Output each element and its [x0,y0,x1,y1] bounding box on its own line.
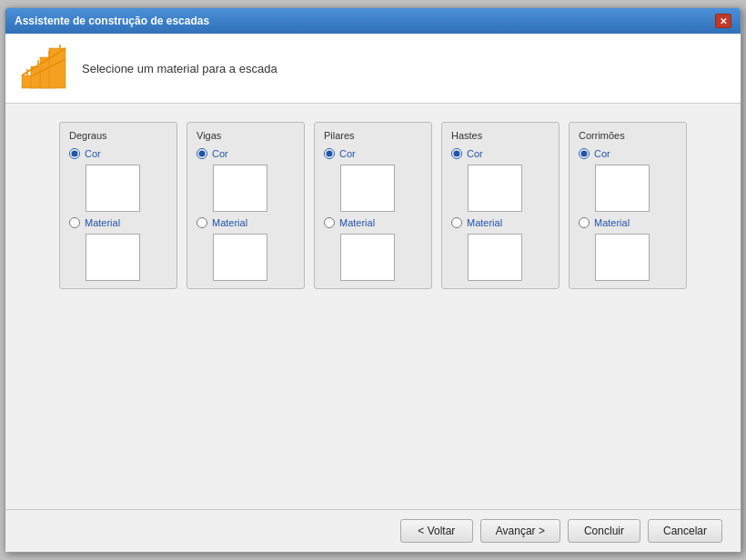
degraus-cor-box[interactable] [86,165,140,212]
corrimoes-cor-input[interactable] [579,148,590,159]
group-hastes-title: Hastes [451,130,549,141]
group-vigas: Vigas Cor Material [186,122,305,289]
pilares-material-input[interactable] [324,217,335,228]
degraus-material-radio[interactable]: Material [69,217,167,228]
group-pilares: Pilares Cor Material [314,122,432,289]
hastes-cor-radio[interactable]: Cor [451,148,549,159]
vigas-cor-input[interactable] [197,148,207,159]
pilares-cor-radio[interactable]: Cor [324,148,422,159]
degraus-material-box[interactable] [86,234,140,281]
group-pilares-title: Pilares [324,130,422,141]
hastes-cor-input[interactable] [451,148,462,159]
vigas-material-box[interactable] [213,234,267,281]
corrimoes-material-box[interactable] [595,234,650,281]
hastes-material-box[interactable] [468,234,522,281]
back-button[interactable]: < Voltar [400,519,473,543]
pilares-material-radio[interactable]: Material [324,217,422,228]
corrimoes-material-input[interactable] [579,217,590,228]
close-button[interactable]: ✕ [715,14,731,28]
group-hastes: Hastes Cor Material [441,122,560,289]
group-corrimoes-title: Corrimões [579,130,677,141]
vigas-material-radio[interactable]: Material [197,217,295,228]
stair-icon [20,45,67,92]
degraus-cor-input[interactable] [69,148,80,159]
degraus-cor-radio[interactable]: Cor [69,148,167,159]
group-vigas-title: Vigas [197,130,295,141]
corrimoes-cor-radio[interactable]: Cor [579,148,677,159]
vigas-material-input[interactable] [197,217,207,228]
pilares-material-box[interactable] [340,234,395,281]
footer-area: < Voltar Avançar > Concluir Cancelar [5,509,741,552]
main-dialog: Assistente de construção de escadas ✕ Se… [5,7,741,553]
hastes-material-input[interactable] [451,217,462,228]
finish-button[interactable]: Concluir [568,519,640,543]
degraus-material-input[interactable] [69,217,80,228]
header-area: Selecione um material para a escada [5,34,741,104]
dialog-title: Assistente de construção de escadas [15,15,209,27]
hastes-cor-box[interactable] [468,165,522,212]
hastes-material-radio[interactable]: Material [451,217,549,228]
content-area: Degraus Cor Material Vigas Cor [5,104,741,509]
group-corrimoes: Corrimões Cor Material [569,122,687,289]
group-degraus: Degraus Cor Material [59,122,177,289]
cancel-button[interactable]: Cancelar [648,519,722,543]
corrimoes-cor-box[interactable] [595,165,650,212]
pilares-cor-input[interactable] [324,148,335,159]
vigas-cor-box[interactable] [213,165,267,212]
corrimoes-material-radio[interactable]: Material [579,217,677,228]
title-bar: Assistente de construção de escadas ✕ [5,8,741,34]
group-degraus-title: Degraus [69,130,167,141]
header-instruction: Selecione um material para a escada [82,62,277,75]
groups-row: Degraus Cor Material Vigas Cor [33,122,713,289]
pilares-cor-box[interactable] [340,165,395,212]
next-button[interactable]: Avançar > [480,519,560,543]
vigas-cor-radio[interactable]: Cor [197,148,295,159]
